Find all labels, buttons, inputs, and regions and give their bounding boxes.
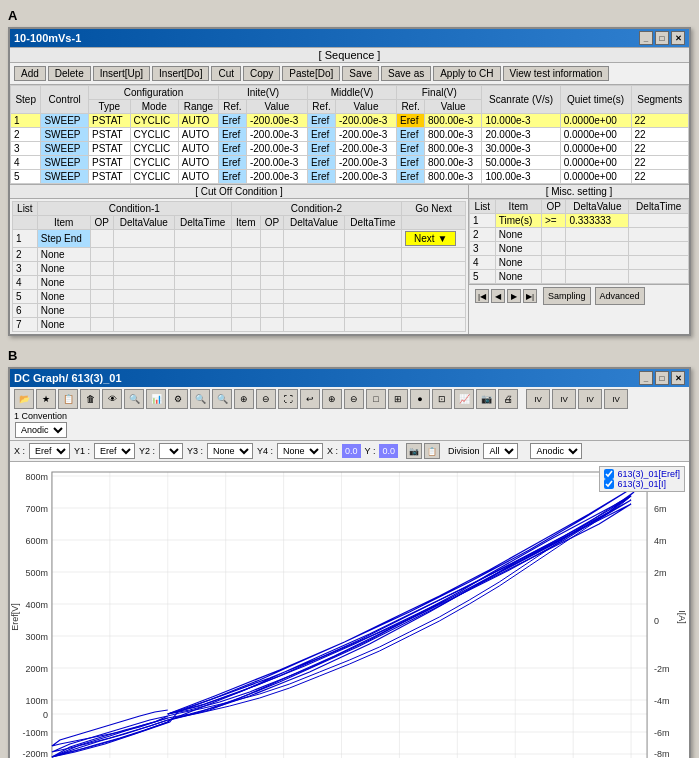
svg-text:Eref[V]: Eref[V] — [10, 603, 20, 630]
graph-icon-3[interactable]: 📋 — [58, 389, 78, 409]
graph-icon-26[interactable]: IV — [578, 389, 602, 409]
graph-icon-27[interactable]: IV — [604, 389, 628, 409]
cutoff-col-gonext2 — [402, 216, 466, 230]
graph-icon-2[interactable]: ★ — [36, 389, 56, 409]
svg-rect-0 — [10, 462, 689, 758]
col-step: Step — [11, 86, 41, 114]
graph-icon-23[interactable]: 🖨 — [498, 389, 518, 409]
minimize-btn-b[interactable]: _ — [639, 371, 653, 385]
table-row[interactable]: 3SWEEPPSTATCYCLICAUTOEref-200.00e-3Eref-… — [11, 142, 689, 156]
table-row[interactable]: 5SWEEPPSTATCYCLICAUTOEref-200.00e-3Eref-… — [11, 170, 689, 184]
cutoff-row[interactable]: 7 None — [13, 318, 466, 332]
y1-axis-select[interactable]: Eref — [94, 443, 135, 459]
cutoff-row[interactable]: 5 None — [13, 290, 466, 304]
graph-icon-19[interactable]: ● — [410, 389, 430, 409]
graph-icon-20[interactable]: ⊡ — [432, 389, 452, 409]
y3-axis-select[interactable]: None — [207, 443, 253, 459]
svg-text:4m: 4m — [654, 536, 666, 546]
close-btn-a[interactable]: ✕ — [671, 31, 685, 45]
graph-icon-24[interactable]: IV — [526, 389, 550, 409]
y2-axis-select[interactable] — [159, 443, 183, 459]
y1-label: Y1 : — [74, 446, 90, 456]
paste-do-button[interactable]: Paste[Do] — [282, 66, 340, 81]
apply-to-ch-button[interactable]: Apply to CH — [433, 66, 500, 81]
sequence-table: Step Control Configuration Inite(V) Midd… — [10, 85, 689, 184]
insert-up-button[interactable]: Insert[Up] — [93, 66, 150, 81]
advanced-btn[interactable]: Advanced — [595, 287, 645, 305]
copy-button[interactable]: Copy — [243, 66, 280, 81]
division-select[interactable]: All — [483, 443, 518, 459]
misc-col-list: List — [470, 200, 496, 214]
insert-do-button[interactable]: Insert[Do] — [152, 66, 209, 81]
graph-toolbar: 📂 ★ 📋 🗑 👁 🔍 📊 ⚙ 🔍 🔍 ⊕ ⊖ ⛶ ↩ ⊕ ⊖ □ ⊞ ● ⊡ … — [10, 387, 689, 441]
col-control: Control — [41, 86, 89, 114]
cutoff-area: [ Cut Off Condition ] List Condition-1 C… — [10, 184, 689, 334]
nav-last[interactable]: ▶| — [523, 289, 537, 303]
x-axis-select[interactable]: Eref — [29, 443, 70, 459]
cutoff-row[interactable]: 1 Step End Next ▼ — [13, 230, 466, 248]
add-button[interactable]: Add — [14, 66, 46, 81]
graph-icon-17[interactable]: □ — [366, 389, 386, 409]
legend-check-2[interactable] — [604, 479, 614, 489]
col-ref3: Ref. — [397, 100, 425, 114]
y4-axis-select[interactable]: None — [277, 443, 323, 459]
nav-first[interactable]: |◀ — [475, 289, 489, 303]
table-row[interactable]: 4SWEEPPSTATCYCLICAUTOEref-200.00e-3Eref-… — [11, 156, 689, 170]
col-inite: Inite(V) — [219, 86, 308, 100]
maximize-btn-b[interactable]: □ — [655, 371, 669, 385]
graph-icon-8[interactable]: ⚙ — [168, 389, 188, 409]
go-next-btn[interactable]: Next ▼ — [405, 231, 456, 246]
legend-item-2: 613(3)_01[I] — [604, 479, 680, 489]
cutoff-row[interactable]: 2 None — [13, 248, 466, 262]
graph-icon-11[interactable]: ⊕ — [234, 389, 254, 409]
graph-icon-7[interactable]: 📊 — [146, 389, 166, 409]
graph-icon-6[interactable]: 🔍 — [124, 389, 144, 409]
misc-row[interactable]: 2 None — [470, 228, 689, 242]
graph-icon-22[interactable]: 📷 — [476, 389, 496, 409]
cut-button[interactable]: Cut — [211, 66, 241, 81]
graph-icon-5[interactable]: 👁 — [102, 389, 122, 409]
graph-icon-13[interactable]: ⛶ — [278, 389, 298, 409]
graph-icon-16[interactable]: ⊖ — [344, 389, 364, 409]
graph-icon-1[interactable]: 📂 — [14, 389, 34, 409]
legend-check-1[interactable] — [604, 469, 614, 479]
col-val2: Value — [336, 100, 397, 114]
graph-icon-9[interactable]: 🔍 — [190, 389, 210, 409]
graph-icon-10[interactable]: 🔍 — [212, 389, 232, 409]
misc-row[interactable]: 3 None — [470, 242, 689, 256]
misc-row[interactable]: 1 Time(s) >= 0.333333 — [470, 214, 689, 228]
anodic-select2[interactable]: Anodic — [530, 443, 582, 459]
anodic-select[interactable]: Anodic — [15, 422, 67, 438]
save-as-button[interactable]: Save as — [381, 66, 431, 81]
graph-icon-14[interactable]: ↩ — [300, 389, 320, 409]
camera-icon-1[interactable]: 📷 — [406, 443, 422, 459]
nav-next[interactable]: ▶ — [507, 289, 521, 303]
table-row[interactable]: 2SWEEPPSTATCYCLICAUTOEref-200.00e-3Eref-… — [11, 128, 689, 142]
sampling-btn[interactable]: Sampling — [543, 287, 591, 305]
close-btn-b[interactable]: ✕ — [671, 371, 685, 385]
cutoff-row[interactable]: 6 None — [13, 304, 466, 318]
misc-row[interactable]: 4 None — [470, 256, 689, 270]
graph-icon-21[interactable]: 📈 — [454, 389, 474, 409]
save-button[interactable]: Save — [342, 66, 379, 81]
cutoff-col-dt1: DeltaTime — [174, 216, 231, 230]
graph-icon-4[interactable]: 🗑 — [80, 389, 100, 409]
graph-icon-12[interactable]: ⊖ — [256, 389, 276, 409]
view-test-info-button[interactable]: View test information — [503, 66, 610, 81]
misc-row[interactable]: 5 None — [470, 270, 689, 284]
graph-icon-15[interactable]: ⊕ — [322, 389, 342, 409]
camera-icon-2[interactable]: 📋 — [424, 443, 440, 459]
col-mode: Mode — [130, 100, 178, 114]
svg-text:100m: 100m — [25, 696, 47, 706]
cutoff-col-gonext: Go Next — [402, 202, 466, 216]
minimize-btn-a[interactable]: _ — [639, 31, 653, 45]
graph-icon-25[interactable]: IV — [552, 389, 576, 409]
cutoff-row[interactable]: 4 None — [13, 276, 466, 290]
maximize-btn-a[interactable]: □ — [655, 31, 669, 45]
nav-prev[interactable]: ◀ — [491, 289, 505, 303]
graph-icon-18[interactable]: ⊞ — [388, 389, 408, 409]
table-row[interactable]: 1SWEEPPSTATCYCLICAUTOEref-200.00e-3Eref-… — [11, 114, 689, 128]
delete-button[interactable]: Delete — [48, 66, 91, 81]
cutoff-col-dv1: DeltaValue — [114, 216, 175, 230]
cutoff-row[interactable]: 3 None — [13, 262, 466, 276]
